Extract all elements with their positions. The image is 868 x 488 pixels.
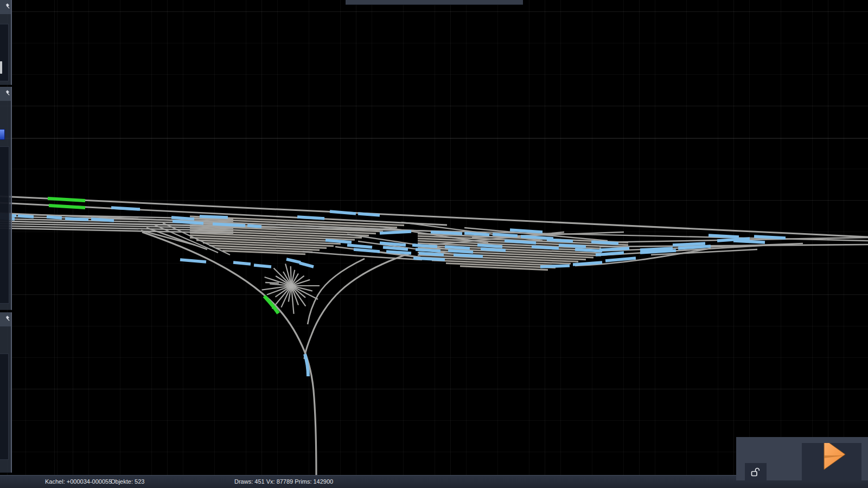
dock-content [0,354,9,460]
dock-panel-bottom[interactable] [0,312,12,473]
pushpin-icon[interactable] [3,315,10,323]
partial-toolbar-icon [0,61,2,74]
status-objects: Objekte: 523 [111,478,144,485]
mouse-lock-button[interactable] [745,463,767,480]
track-editor-app: Kachel: +000034-000055 Objekte: 523 Draw… [0,0,868,488]
playback-panel [736,437,868,480]
unlock-icon [750,466,761,477]
track-map-canvas[interactable] [0,0,868,488]
collapsed-toolbar[interactable] [346,0,523,5]
status-tile: Kachel: +000034-000055 [45,478,112,485]
pushpin-icon[interactable] [3,3,10,10]
pushpin-icon[interactable] [3,89,10,97]
dock-content [0,146,9,304]
dock-panel-top[interactable] [0,0,12,85]
status-render-stats: Draws: 451 Vx: 87789 Prims: 142900 [234,478,333,485]
partial-blue-button[interactable] [0,129,5,140]
play-icon [802,443,861,480]
play-button[interactable] [802,443,861,480]
dock-panel-middle[interactable] [0,87,12,310]
